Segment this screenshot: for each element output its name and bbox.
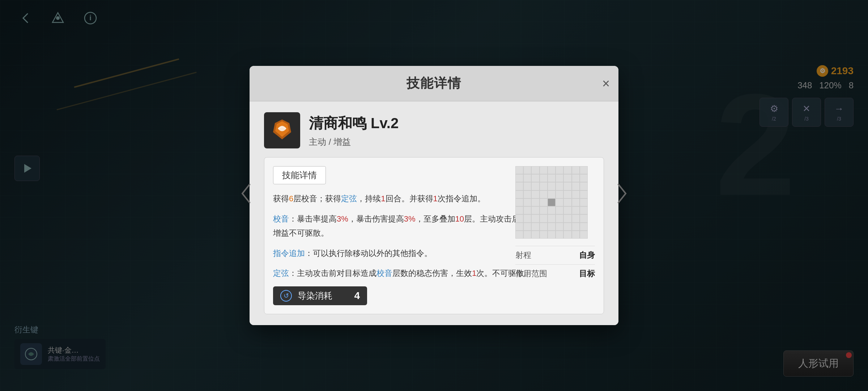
grid-cell	[556, 190, 563, 198]
grid-cell	[548, 174, 556, 182]
grid-cell	[563, 223, 571, 231]
grid-cell	[556, 214, 563, 222]
desc-keyword-dingxian: 定弦	[273, 269, 289, 278]
modal-dialog: 技能详情 ×	[250, 66, 618, 325]
grid-cell	[580, 223, 588, 231]
desc-num-3: 1	[433, 194, 438, 203]
grid-cell	[572, 223, 580, 231]
grid-cell	[548, 231, 556, 239]
grid-cell	[556, 174, 563, 182]
skill-name: 清商和鸣 Lv.2	[309, 113, 604, 133]
grid-cell	[523, 174, 531, 182]
grid-cell	[523, 231, 531, 239]
range-value: 自身	[579, 250, 595, 261]
modal-close-button[interactable]: ×	[602, 77, 610, 90]
grid-cell	[540, 182, 548, 190]
grid-cell	[580, 206, 588, 214]
desc-val-6: 1	[472, 269, 476, 278]
grid-cell	[580, 214, 588, 222]
grid-cell	[540, 223, 548, 231]
grid-cell	[548, 166, 556, 174]
grid-cell	[540, 166, 548, 174]
grid-cell	[556, 198, 563, 206]
grid-cell	[580, 174, 588, 182]
grid-cell	[515, 214, 523, 222]
skill-header: 清商和鸣 Lv.2 主动 / 增益	[264, 112, 604, 148]
modal-nav-right[interactable]	[615, 183, 629, 209]
grid-cell	[572, 231, 580, 239]
grid-cell	[556, 182, 563, 190]
modal-nav-left[interactable]	[239, 183, 253, 209]
grid-cell	[572, 182, 580, 190]
grid-cell	[523, 206, 531, 214]
grid-cell	[531, 231, 539, 239]
range-grid	[515, 166, 588, 239]
grid-cell	[523, 214, 531, 222]
modal-title: 技能详情	[264, 75, 604, 92]
stat-row-area: 作用范围 目标	[515, 264, 595, 283]
grid-cell	[523, 223, 531, 231]
desc-val-2: 3%	[404, 214, 416, 223]
grid-cell	[548, 198, 556, 206]
skill-icon-container	[264, 112, 300, 148]
grid-cell	[531, 223, 539, 231]
desc-word-1: 定弦	[341, 194, 357, 203]
grid-cell	[515, 223, 523, 231]
grid-cell	[540, 231, 548, 239]
skill-detail-tab[interactable]: 技能详情	[273, 166, 326, 184]
grid-cell	[580, 182, 588, 190]
desc-keyword-lingzhui: 指令追加	[273, 249, 305, 258]
skill-type: 主动 / 增益	[309, 136, 604, 148]
grid-cell	[523, 190, 531, 198]
grid-cell	[563, 206, 571, 214]
grid-cell	[572, 206, 580, 214]
grid-cell	[556, 223, 563, 231]
grid-cell	[531, 214, 539, 222]
grid-cell	[515, 174, 523, 182]
grid-cell	[548, 214, 556, 222]
grid-cell	[540, 174, 548, 182]
grid-cell	[540, 206, 548, 214]
desc-num-2: 1	[381, 194, 385, 203]
grid-cell	[523, 166, 531, 174]
grid-cell	[540, 214, 548, 222]
desc-val-1: 3%	[337, 214, 348, 223]
grid-cell	[523, 198, 531, 206]
cost-icon: ↺	[280, 290, 292, 302]
grid-cell	[580, 231, 588, 239]
grid-cell	[515, 198, 523, 206]
grid-cell	[515, 190, 523, 198]
grid-cell	[556, 166, 563, 174]
grid-cell	[531, 182, 539, 190]
stat-row-range: 射程 自身	[515, 246, 595, 264]
modal-wrapper: 技能详情 ×	[250, 66, 618, 325]
desc-val-3: 10	[455, 214, 464, 223]
grid-cell	[563, 182, 571, 190]
grid-cell	[580, 166, 588, 174]
grid-cell	[523, 182, 531, 190]
skill-icon	[268, 116, 297, 145]
grid-cell	[531, 198, 539, 206]
grid-cell	[580, 190, 588, 198]
grid-cell	[556, 231, 563, 239]
cost-label: 导染消耗	[298, 290, 348, 302]
grid-cell	[572, 190, 580, 198]
grid-cell	[548, 206, 556, 214]
range-label: 射程	[515, 250, 531, 261]
grid-cell	[563, 231, 571, 239]
cost-bar: ↺ 导染消耗 4	[273, 286, 367, 305]
grid-cell	[563, 198, 571, 206]
grid-cell	[572, 166, 580, 174]
grid-cell	[572, 198, 580, 206]
grid-cell	[563, 166, 571, 174]
grid-cell	[515, 166, 523, 174]
grid-cell	[531, 166, 539, 174]
grid-cell	[548, 223, 556, 231]
grid-cell	[515, 231, 523, 239]
grid-cell	[548, 182, 556, 190]
grid-cell	[556, 206, 563, 214]
grid-cell	[572, 174, 580, 182]
grid-cell	[563, 174, 571, 182]
grid-cell	[515, 206, 523, 214]
modal-header: 技能详情 ×	[250, 66, 618, 101]
